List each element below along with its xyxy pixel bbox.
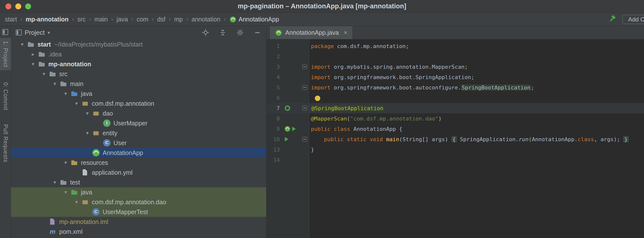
editor-tab[interactable]: AnnotationApp.java × xyxy=(270,26,352,39)
chevron-down-icon[interactable]: ▾ xyxy=(17,41,27,47)
tree-item-label: resources xyxy=(81,159,108,166)
breadcrumb-item[interactable]: main xyxy=(94,16,108,23)
code-text[interactable]: import org.springframework.boot.SpringAp… xyxy=(308,74,644,80)
breadcrumb-item[interactable]: java xyxy=(116,16,128,23)
chevron-right-icon[interactable]: ▸ xyxy=(28,51,38,57)
locate-file-icon[interactable] xyxy=(202,28,210,36)
breadcrumb-item[interactable]: mp xyxy=(174,16,183,23)
chevron-down-icon[interactable]: ▾ xyxy=(61,160,70,166)
tool-stripe-item[interactable]: 1: Project xyxy=(0,38,11,70)
intention-bulb-icon[interactable] xyxy=(315,96,320,101)
hide-panel-icon[interactable] xyxy=(254,28,261,36)
tree-item[interactable]: mpom.xml xyxy=(11,227,266,237)
project-view-icon xyxy=(16,29,22,35)
tree-item-label: src xyxy=(59,70,67,78)
code-text[interactable]: import org.springframework.boot.autoconf… xyxy=(308,84,644,91)
tree-item[interactable]: ▾main xyxy=(11,79,266,89)
tree-item[interactable]: ▾src xyxy=(11,69,266,79)
zoom-window-button[interactable] xyxy=(25,3,31,9)
fold-marker-icon[interactable] xyxy=(302,85,307,90)
line-number: 8 xyxy=(266,116,284,122)
add-configuration-button[interactable]: Add Co xyxy=(622,15,644,24)
chevron-down-icon[interactable]: ▾ xyxy=(82,130,92,136)
chevron-down-icon[interactable]: ▾ xyxy=(72,101,82,106)
fold-marker-icon[interactable] xyxy=(302,106,307,111)
line-number: 6 xyxy=(266,95,284,101)
code-text[interactable]: public class AnnotationApp { xyxy=(308,126,644,132)
tool-stripe-item[interactable]: Pull Requests xyxy=(0,124,11,162)
project-panel-header: Project ▾ xyxy=(11,26,266,39)
fold-marker-icon[interactable] xyxy=(302,64,307,69)
class-icon: C xyxy=(92,208,100,216)
breadcrumb-item[interactable]: AnnotationApp xyxy=(229,16,279,23)
tree-item[interactable]: ▾entity xyxy=(11,128,266,138)
code-line: 10 public static void main(String[] args… xyxy=(266,134,644,144)
fold-marker-icon[interactable] xyxy=(302,137,307,142)
breadcrumb-label: dsf xyxy=(157,16,165,23)
tree-item[interactable]: ▸.idea xyxy=(11,49,266,59)
run-icon[interactable] xyxy=(285,137,288,141)
chevron-down-icon[interactable]: ▾ xyxy=(61,189,70,195)
project-tool-window-icon[interactable] xyxy=(2,29,8,35)
tree-item[interactable]: application.yml xyxy=(11,168,266,177)
code-text[interactable]: } xyxy=(308,147,644,153)
code-line: 3import org.mybatis.spring.annotation.Ma… xyxy=(266,62,644,72)
tree-item[interactable]: ▾mp-annotation xyxy=(11,59,266,69)
chevron-down-icon[interactable]: ▾ xyxy=(28,61,38,67)
class-icon: C xyxy=(103,139,110,147)
tree-item[interactable]: CUser xyxy=(11,138,266,148)
breadcrumb-item[interactable]: annotation xyxy=(192,16,220,23)
navbar-actions: Add Co xyxy=(608,15,644,24)
settings-gear-icon[interactable] xyxy=(236,28,244,36)
tree-item[interactable]: ▾java xyxy=(11,89,266,99)
build-project-icon[interactable] xyxy=(608,15,616,24)
folder-icon xyxy=(38,50,46,58)
tree-item[interactable]: ▾com.dsf.mp.annotation xyxy=(11,99,266,108)
chevron-down-icon[interactable]: ▾ xyxy=(39,71,49,77)
tree-item[interactable]: ▾java xyxy=(11,187,266,197)
code-editor[interactable]: 1package com.dsf.mp.annotation;23import … xyxy=(266,39,644,238)
breadcrumb-item[interactable]: dsf xyxy=(157,16,165,23)
breadcrumb-item[interactable]: src xyxy=(78,16,86,23)
breadcrumb-item[interactable]: com xyxy=(137,16,148,23)
tree-item[interactable]: ▾start~/IdeaProjects/mybatisPlus/start xyxy=(11,39,266,49)
chevron-down-icon[interactable]: ▾ xyxy=(61,91,70,97)
tree-item[interactable]: CUserMapperTest xyxy=(11,207,266,217)
code-text[interactable]: @SpringBootApplication xyxy=(308,105,644,111)
code-text[interactable]: @MapperScan("com.dsf.mp.annotation.dao") xyxy=(308,116,644,122)
project-tool-window: Project ▾ xyxy=(11,26,266,238)
close-tab-icon[interactable]: × xyxy=(344,29,348,36)
tree-item[interactable]: ▾resources xyxy=(11,158,266,168)
chevron-down-icon[interactable]: ▾ xyxy=(48,30,50,35)
chevron-down-icon[interactable]: ▾ xyxy=(72,199,82,205)
close-window-button[interactable] xyxy=(6,3,11,9)
package-icon xyxy=(82,100,89,107)
run-icon[interactable] xyxy=(292,127,296,131)
code-text[interactable] xyxy=(308,95,644,101)
code-text[interactable]: import org.mybatis.spring.annotation.Map… xyxy=(308,64,644,70)
tool-stripe-item[interactable]: 0: Commit xyxy=(0,82,11,110)
minimize-window-button[interactable] xyxy=(15,3,21,9)
breadcrumb-separator: › xyxy=(72,16,74,23)
tree-item[interactable]: ▾test xyxy=(11,177,266,187)
tree-item[interactable]: ▾dao xyxy=(11,108,266,118)
collapse-all-icon[interactable] xyxy=(219,28,227,36)
tree-item[interactable]: AnnotationApp xyxy=(11,148,266,158)
rerun-application-icon[interactable] xyxy=(285,105,290,111)
gutter-icons xyxy=(284,105,302,111)
fold-gutter xyxy=(302,85,308,90)
tree-item-label: entity xyxy=(103,130,118,137)
code-text[interactable]: package com.dsf.mp.annotation; xyxy=(308,43,644,49)
code-line: 13} xyxy=(266,144,644,155)
chevron-down-icon[interactable]: ▾ xyxy=(50,81,60,87)
tree-item[interactable]: mp-annotation.iml xyxy=(11,217,266,227)
tree-item[interactable]: IUserMapper xyxy=(11,118,266,128)
code-text[interactable]: public static void main(String[] args) {… xyxy=(308,136,644,142)
chevron-down-icon[interactable]: ▾ xyxy=(82,110,92,116)
breadcrumb-item[interactable]: mp-annotation xyxy=(26,16,68,23)
spring-bean-icon[interactable] xyxy=(285,126,290,132)
chevron-down-icon[interactable]: ▾ xyxy=(50,179,60,185)
breadcrumb-item[interactable]: start xyxy=(5,16,17,23)
tool-stripe-label: Pull Requests xyxy=(2,124,9,162)
tree-item[interactable]: ▾com.dsf.mp.annotation.dao xyxy=(11,197,266,207)
